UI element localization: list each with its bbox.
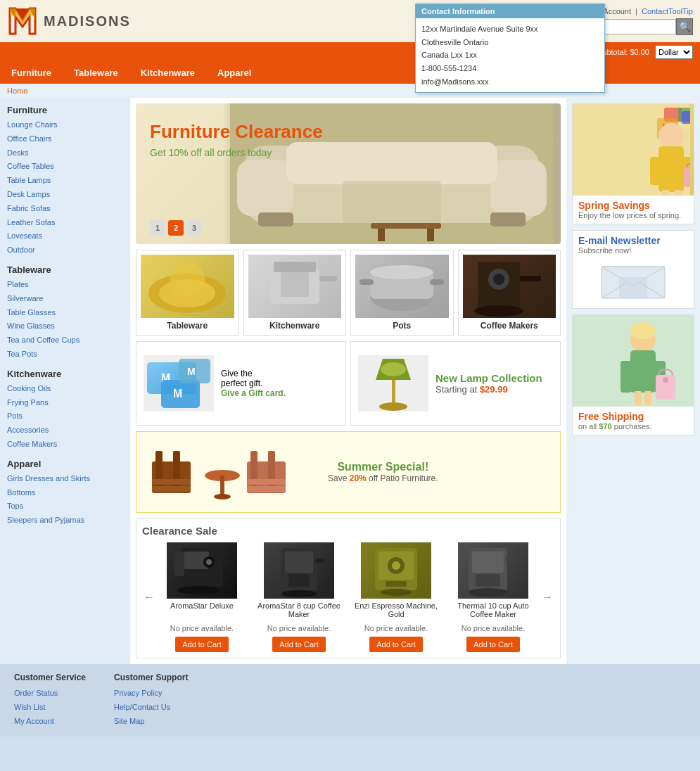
clearance-next-arrow[interactable]: → <box>540 591 554 604</box>
nav-apparel[interactable]: Apparel <box>206 62 262 84</box>
logo-icon <box>7 6 38 37</box>
search-button[interactable]: 🔍 <box>676 18 693 35</box>
list-item: Coffee Tables <box>7 160 123 174</box>
contact-tooltip-link[interactable]: ContactToolTip <box>642 7 693 15</box>
sidebar-loveseats[interactable]: Loveseats <box>7 229 123 243</box>
svg-point-80 <box>469 588 508 597</box>
logo[interactable]: MADISONS <box>7 6 131 37</box>
contact-phone: 1-800-555-1234 <box>421 62 599 75</box>
category-kitchenware[interactable]: Kitchenware <box>243 250 347 336</box>
summer-special[interactable]: Summer Special! Save 20% off Patio Furni… <box>136 431 561 513</box>
banner-dot-3[interactable]: 3 <box>186 220 202 236</box>
category-coffee-makers[interactable]: Coffee Makers <box>458 250 561 336</box>
sidebar-desk-lamps[interactable]: Desk Lamps <box>7 188 123 202</box>
sidebar-desks[interactable]: Desks <box>7 146 123 160</box>
svg-rect-106 <box>635 391 642 405</box>
sidebar-cooking-oils[interactable]: Cooking Oils <box>7 382 123 396</box>
banner-dot-2[interactable]: 2 <box>168 220 184 236</box>
footer-wish-list[interactable]: Wish List <box>14 701 86 715</box>
add-to-cart-button[interactable]: Add to Cart <box>369 637 423 652</box>
main-layout: Furniture Lounge Chairs Office Chairs De… <box>0 98 700 664</box>
clearance-prev-arrow[interactable]: ← <box>142 591 156 604</box>
svg-rect-77 <box>472 552 504 573</box>
list-item: Wine Glasses <box>7 319 123 333</box>
nav-furniture[interactable]: Furniture <box>0 62 63 84</box>
customer-support-title: Customer Support <box>114 673 188 682</box>
sidebar-leather-sofas[interactable]: Leather Sofas <box>7 216 123 230</box>
nav-tableware[interactable]: Tableware <box>63 62 129 84</box>
svg-rect-23 <box>281 272 309 297</box>
list-item: Sleepers and Pyjamas <box>7 514 123 528</box>
svg-rect-60 <box>174 552 184 576</box>
sidebar-bottoms[interactable]: Bottoms <box>7 486 123 500</box>
svg-text:M: M <box>173 388 182 400</box>
svg-rect-52 <box>220 476 224 495</box>
contact-tooltip: Contact Information 12xx Martindale Aven… <box>415 4 605 93</box>
add-to-cart-button[interactable]: Add to Cart <box>466 637 520 652</box>
sidebar-tea-coffee-cups[interactable]: Tea and Coffee Cups <box>7 333 123 348</box>
newsletter-desc: Subscribe now! <box>578 246 688 255</box>
svg-point-108 <box>630 322 656 339</box>
clearance-section: Clearance Sale ← <box>136 518 561 658</box>
footer-my-account[interactable]: My Account <box>14 715 86 729</box>
breadcrumb-home[interactable]: Home <box>7 87 27 95</box>
account-link[interactable]: Account <box>603 7 631 15</box>
category-pots[interactable]: Pots <box>350 250 454 336</box>
lamp-promo[interactable]: New Lamp Collection Starting at $29.99 <box>350 341 561 426</box>
banner-dot-1[interactable]: 1 <box>150 220 165 236</box>
sidebar-silverware[interactable]: Silverware <box>7 292 123 306</box>
svg-rect-84 <box>682 111 690 124</box>
sidebar-pots[interactable]: Pots <box>7 409 123 423</box>
sidebar-apparel-list: Girls Dresses and Skirts Bottoms Tops Sl… <box>7 472 123 528</box>
footer-help-contact[interactable]: Help/Contact Us <box>114 701 188 715</box>
list-item: Girls Dresses and Skirts <box>7 472 123 486</box>
nav-kitchenware[interactable]: Kitchenware <box>129 62 206 84</box>
add-to-cart-button[interactable]: Add to Cart <box>175 637 229 652</box>
banner-subtitle: Get 10% off all orders today <box>150 147 323 158</box>
list-item: Tea and Coffee Cups <box>7 333 123 348</box>
sidebar-tops[interactable]: Tops <box>7 499 123 514</box>
newsletter-widget: E-mail Newsletter Subscribe now! <box>572 230 694 309</box>
gift-card-promo[interactable]: M M M Give the perfect gift. Give a Gift… <box>136 341 346 426</box>
sidebar-plates[interactable]: Plates <box>7 278 123 292</box>
list-item: Fabric Sofas <box>7 202 123 216</box>
lamp-price: $29.99 <box>480 384 508 395</box>
sidebar-tea-pots[interactable]: Tea Pots <box>7 348 123 362</box>
clearance-items: ← <box>142 542 554 652</box>
svg-point-73 <box>392 561 400 570</box>
svg-rect-96 <box>619 277 647 298</box>
coffee-makers-label: Coffee Makers <box>463 321 556 331</box>
sidebar-table-lamps[interactable]: Table Lamps <box>7 174 123 188</box>
sidebar-office-chairs[interactable]: Office Chairs <box>7 132 123 146</box>
list-item: Cooking Oils <box>7 382 123 396</box>
sidebar-coffee-makers[interactable]: Coffee Makers <box>7 438 123 452</box>
svg-point-32 <box>474 305 523 317</box>
sidebar-frying-pans[interactable]: Frying Pans <box>7 396 123 410</box>
lamp-image <box>358 355 428 412</box>
footer-order-status[interactable]: Order Status <box>14 687 86 701</box>
list-item: Coffee Makers <box>7 438 123 452</box>
logo-text: MADISONS <box>44 13 131 30</box>
add-to-cart-button[interactable]: Add to Cart <box>272 637 326 652</box>
sidebar-fabric-sofas[interactable]: Fabric Sofas <box>7 202 123 216</box>
clearance-item-image <box>167 542 237 599</box>
footer-site-map[interactable]: Site Map <box>114 715 188 729</box>
sidebar-coffee-tables[interactable]: Coffee Tables <box>7 160 123 174</box>
sidebar-table-glasses[interactable]: Table Glasses <box>7 306 123 320</box>
sidebar-accessories[interactable]: Accessories <box>7 423 123 438</box>
sidebar-wine-glasses[interactable]: Wine Glasses <box>7 319 123 333</box>
pots-label: Pots <box>355 321 449 331</box>
summer-pct: 20% <box>350 473 367 483</box>
header: MADISONS Home | Shopping Cart | My Accou… <box>0 0 700 42</box>
svg-rect-67 <box>288 574 310 587</box>
currency-select[interactable]: Dollar Euro Pound <box>655 45 693 59</box>
customer-service-section: Customer Service Order Status Wish List … <box>14 673 86 728</box>
sidebar-lounge-chairs[interactable]: Lounge Chairs <box>7 118 123 132</box>
sidebar-outdoor[interactable]: Outdoor <box>7 243 123 257</box>
svg-rect-107 <box>644 391 651 405</box>
sidebar-sleepers[interactable]: Sleepers and Pyjamas <box>7 514 123 528</box>
gift-heading1: Give the <box>221 369 286 378</box>
sidebar-girls-dresses[interactable]: Girls Dresses and Skirts <box>7 472 123 486</box>
footer-privacy-policy[interactable]: Privacy Policy <box>114 687 188 701</box>
category-tableware[interactable]: Tableware <box>136 250 239 336</box>
